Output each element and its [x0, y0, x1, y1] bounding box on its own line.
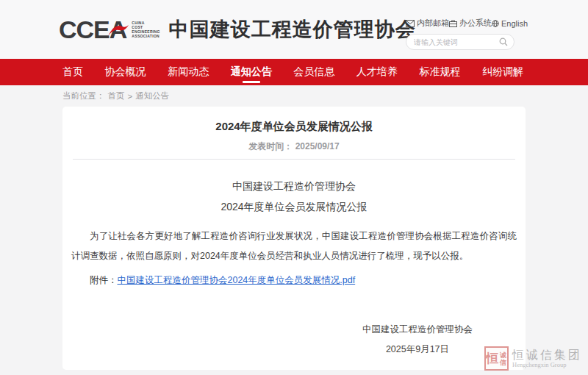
- title-divider: [73, 159, 515, 160]
- article-card: 2024年度单位会员发展情况公报 发表时间： 2025/09/17 中国建设工程…: [62, 107, 526, 370]
- logo-acronym: CCEA: [59, 17, 126, 42]
- breadcrumb-separator: >: [128, 92, 133, 101]
- breadcrumb-current[interactable]: 通知公告: [135, 90, 169, 101]
- logo-swoosh-icon: [107, 20, 129, 39]
- main-nav: 首页 协会概况 新闻动态 通知公告 会员信息 人才培养 标准规程 纠纷调解: [0, 59, 588, 85]
- attachment-pdf-link[interactable]: 中国建设工程造价管理协会2024年度单位会员发展情况.pdf: [118, 275, 356, 285]
- office-system-link[interactable]: 办公系统: [449, 18, 492, 29]
- nav-item-home[interactable]: 首页: [62, 59, 83, 85]
- site-header: CCEA CHINA COST ENGINEERING ASSOCIATION …: [0, 0, 588, 59]
- nav-item-notices[interactable]: 通知公告: [231, 59, 272, 85]
- signature-date: 2025年9月17日: [362, 340, 473, 360]
- site-title: 中国建设工程造价管理协会: [169, 16, 416, 43]
- watermark-name: 恒诚信集团: [512, 349, 582, 361]
- hengchengxin-watermark: 恒 诚 信 恒诚信集团 Hengchengxin Group: [484, 346, 582, 371]
- article-paragraph: 为了让社会各方更好地了解工程造价咨询行业发展状况，中国建设工程造价管理协会根据工…: [71, 226, 517, 266]
- nav-item-news[interactable]: 新闻动态: [168, 59, 209, 85]
- globe-icon: [492, 20, 499, 27]
- nav-item-standards[interactable]: 标准规程: [419, 59, 460, 85]
- hengchengxin-seal-icon: 恒 诚 信: [484, 346, 509, 371]
- publish-date: 发表时间： 2025/09/17: [62, 141, 526, 151]
- attachment-line: 附件：中国建设工程造价管理协会2024年度单位会员发展情况.pdf: [71, 275, 517, 285]
- signature-org: 中国建设工程造价管理协会: [362, 320, 473, 340]
- briefcase-icon: [449, 20, 457, 27]
- search-icon[interactable]: [499, 38, 508, 46]
- site-logo[interactable]: CCEA CHINA COST ENGINEERING ASSOCIATION …: [59, 16, 416, 43]
- nav-item-disputes[interactable]: 纠纷调解: [482, 59, 523, 85]
- mail-icon: [406, 20, 415, 27]
- header-quick-links: 内部邮箱 办公系统 English: [406, 18, 514, 29]
- breadcrumb-home[interactable]: 首页: [108, 90, 125, 101]
- article-title: 2024年度单位会员发展情况公报: [62, 121, 526, 132]
- breadcrumb: 当前位置： 首页 > 通知公告: [0, 85, 588, 107]
- body-heading-title: 2024年度单位会员发展情况公报: [62, 196, 526, 217]
- nav-item-members[interactable]: 会员信息: [293, 59, 334, 85]
- english-version-link[interactable]: English: [492, 19, 528, 28]
- internal-mail-link[interactable]: 内部邮箱: [406, 18, 449, 29]
- breadcrumb-prefix: 当前位置：: [62, 90, 105, 101]
- nav-item-training[interactable]: 人才培养: [356, 59, 398, 85]
- nav-item-about[interactable]: 协会概况: [105, 59, 146, 85]
- article-signature: 中国建设工程造价管理协会 2025年9月17日: [362, 320, 473, 360]
- search-box: [406, 34, 514, 50]
- watermark-name-en: Hengchengxin Group: [512, 361, 582, 368]
- article-body-headings: 中国建设工程造价管理协会 2024年度单位会员发展情况公报: [62, 176, 526, 217]
- logo-subtitle: CHINA COST ENGINEERING ASSOCIATION: [132, 21, 159, 38]
- search-input[interactable]: [414, 38, 499, 46]
- attachment-label: 附件：: [90, 275, 118, 285]
- body-heading-org: 中国建设工程造价管理协会: [62, 176, 526, 196]
